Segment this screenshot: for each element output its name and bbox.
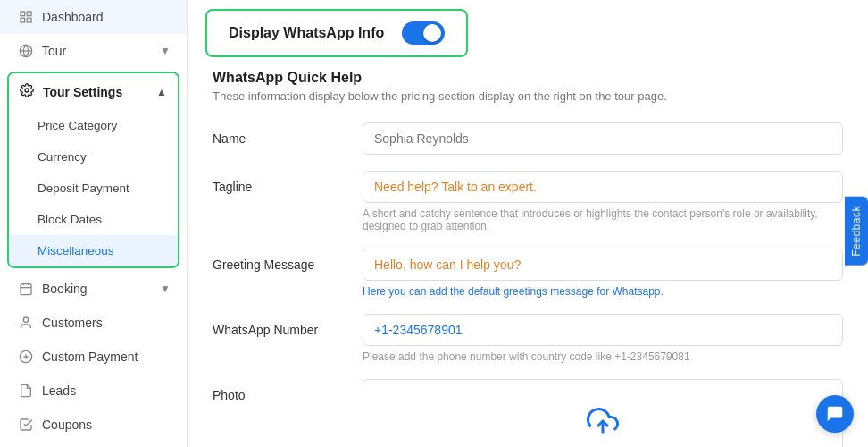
sidebar-item-currency[interactable]: Currency [9, 141, 178, 173]
greeting-row: Greeting Message Here you can add the de… [213, 249, 843, 298]
photo-field: Open Image Gallery [363, 379, 843, 447]
sidebar-item-tour[interactable]: Tour ▼ [0, 34, 187, 68]
svg-rect-0 [21, 12, 25, 16]
settings-icon [20, 83, 34, 100]
tour-settings-label: Tour Settings [43, 85, 122, 99]
whatsapp-input[interactable] [363, 314, 843, 346]
svg-rect-3 [21, 18, 25, 22]
tour-settings-subitems: Price Category Currency Deposit Payment … [9, 110, 178, 266]
display-whatsapp-toggle-bar: Display WhatsApp Info [205, 9, 468, 57]
photo-label: Photo [213, 379, 346, 402]
sidebar-item-booking[interactable]: Booking ▼ [0, 272, 187, 306]
booking-label: Booking [42, 282, 88, 296]
feedback-button[interactable]: Feedback [845, 197, 868, 266]
sidebar-item-deposit-payment[interactable]: Deposit Payment [9, 173, 178, 204]
svg-point-6 [25, 89, 29, 92]
dashboard-label: Dashboard [42, 10, 104, 24]
section-description: These information display below the pric… [213, 89, 843, 103]
tour-label: Tour [42, 44, 66, 58]
customers-label: Customers [42, 316, 103, 330]
sidebar: Dashboard Tour ▼ Tour Settings ▲ Price C… [0, 0, 188, 447]
tour-chevron-icon: ▼ [160, 45, 171, 57]
toggle-label: Display WhatsApp Info [229, 25, 384, 41]
whatsapp-field: Please add the phone number with country… [363, 314, 843, 363]
section-title: WhatsApp Quick Help [213, 70, 843, 86]
chat-icon [825, 404, 845, 424]
photo-upload-area[interactable]: Open Image Gallery [363, 379, 843, 447]
greeting-input[interactable] [363, 249, 843, 281]
whatsapp-row: WhatsApp Number Please add the phone num… [213, 314, 843, 363]
tour-settings-group: Tour Settings ▲ Price Category Currency … [7, 72, 179, 268]
display-whatsapp-toggle[interactable] [402, 21, 445, 45]
sidebar-item-leads[interactable]: Leads [0, 374, 187, 408]
tagline-field: A short and catchy sentence that introdu… [363, 171, 843, 232]
svg-point-11 [23, 317, 28, 322]
dashboard-icon [19, 10, 33, 24]
tagline-row: Tagline A short and catchy sentence that… [213, 171, 843, 232]
whatsapp-label: WhatsApp Number [213, 314, 346, 337]
sidebar-item-price-category[interactable]: Price Category [9, 110, 178, 141]
upload-icon [587, 405, 619, 437]
custom-payment-label: Custom Payment [42, 350, 138, 364]
custom-payment-icon [19, 350, 33, 364]
sidebar-item-customers[interactable]: Customers [0, 306, 187, 340]
tagline-hint: A short and catchy sentence that introdu… [363, 207, 843, 232]
coupons-label: Coupons [42, 417, 92, 432]
booking-icon [19, 282, 33, 296]
customers-icon [19, 316, 33, 330]
name-input[interactable] [363, 122, 843, 155]
svg-rect-2 [27, 18, 31, 22]
sidebar-item-custom-payment[interactable]: Custom Payment [0, 340, 187, 374]
name-label: Name [213, 122, 346, 146]
svg-rect-1 [27, 12, 31, 16]
tagline-label: Tagline [213, 171, 346, 194]
content-area: WhatsApp Quick Help These information di… [188, 70, 868, 447]
sidebar-item-miscellaneous[interactable]: Miscellaneous [9, 235, 178, 266]
sidebar-item-dashboard[interactable]: Dashboard [0, 0, 187, 34]
greeting-hint: Here you can add the default greetings m… [363, 285, 843, 298]
main-content: Display WhatsApp Info WhatsApp Quick Hel… [188, 0, 868, 447]
name-field [363, 122, 843, 155]
tour-settings-chevron-icon: ▲ [156, 86, 167, 98]
tour-icon [19, 44, 33, 58]
coupons-icon [19, 417, 33, 432]
booking-chevron-icon: ▼ [160, 283, 171, 295]
name-row: Name [213, 122, 843, 155]
leads-label: Leads [42, 384, 76, 398]
photo-row: Photo Open Image Gallery [213, 379, 843, 447]
sidebar-item-block-dates[interactable]: Block Dates [9, 204, 178, 235]
tagline-input[interactable] [363, 171, 843, 203]
sidebar-item-coupons[interactable]: Coupons [0, 408, 187, 442]
whatsapp-hint: Please add the phone number with country… [363, 350, 843, 363]
sidebar-item-tour-settings[interactable]: Tour Settings ▲ [9, 73, 178, 110]
greeting-label: Greeting Message [213, 249, 346, 272]
greeting-field: Here you can add the default greetings m… [363, 249, 843, 298]
svg-rect-7 [21, 284, 31, 295]
chat-bubble-button[interactable] [816, 395, 854, 433]
leads-icon [19, 384, 33, 398]
